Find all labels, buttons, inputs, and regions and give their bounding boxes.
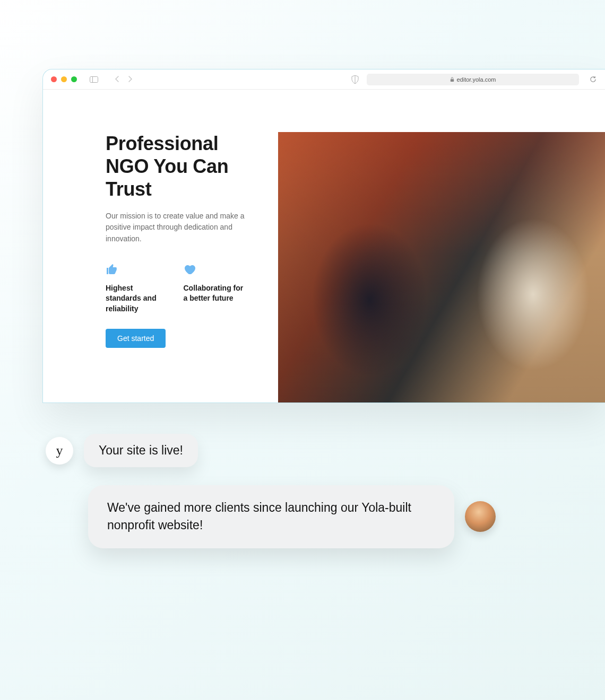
hero-text-column: Professional NGO You Can Trust Our missi… bbox=[106, 132, 246, 402]
feature-item: Highest standards and reliability bbox=[106, 263, 169, 314]
nav-forward-button[interactable] bbox=[126, 75, 134, 84]
chat-bubble: Your site is live! bbox=[84, 434, 198, 467]
brand-avatar: y bbox=[46, 437, 73, 465]
url-text: editor.yola.com bbox=[457, 76, 496, 83]
hero-image bbox=[278, 132, 605, 402]
page-content: Professional NGO You Can Trust Our missi… bbox=[43, 90, 605, 402]
heart-icon bbox=[184, 263, 196, 276]
maximize-window-dot[interactable] bbox=[71, 76, 77, 82]
chat-row: We've gained more clients since launchin… bbox=[46, 485, 573, 548]
feature-text: Highest standards and reliability bbox=[106, 283, 169, 314]
chat-area: y Your site is live! We've gained more c… bbox=[46, 434, 573, 548]
chat-row: y Your site is live! bbox=[46, 434, 573, 467]
svg-rect-2 bbox=[450, 79, 453, 82]
refresh-icon[interactable] bbox=[589, 75, 597, 84]
mission-text: Our mission is to create value and make … bbox=[106, 211, 246, 245]
feature-text: Collaborating for a better future bbox=[184, 283, 247, 304]
user-avatar bbox=[465, 501, 496, 532]
svg-rect-0 bbox=[90, 76, 98, 82]
thumbs-up-icon bbox=[106, 263, 118, 276]
chat-bubble: We've gained more clients since launchin… bbox=[88, 485, 454, 548]
minimize-window-dot[interactable] bbox=[61, 76, 67, 82]
nav-back-button[interactable] bbox=[113, 75, 122, 84]
sidebar-toggle-icon[interactable] bbox=[90, 75, 98, 84]
url-bar[interactable]: editor.yola.com bbox=[367, 74, 579, 85]
chat-text: We've gained more clients since launchin… bbox=[107, 499, 435, 535]
lock-icon bbox=[450, 75, 454, 84]
page-heading: Professional NGO You Can Trust bbox=[106, 132, 246, 201]
shield-icon[interactable] bbox=[351, 75, 359, 84]
get-started-button[interactable]: Get started bbox=[106, 329, 166, 348]
feature-list: Highest standards and reliability Collab… bbox=[106, 263, 246, 314]
browser-chrome: editor.yola.com bbox=[43, 69, 605, 90]
close-window-dot[interactable] bbox=[51, 76, 57, 82]
feature-item: Collaborating for a better future bbox=[184, 263, 247, 314]
browser-window: editor.yola.com Professional NGO You Can… bbox=[42, 69, 605, 403]
chat-text: Your site is live! bbox=[99, 443, 183, 458]
window-traffic-lights bbox=[51, 76, 77, 82]
